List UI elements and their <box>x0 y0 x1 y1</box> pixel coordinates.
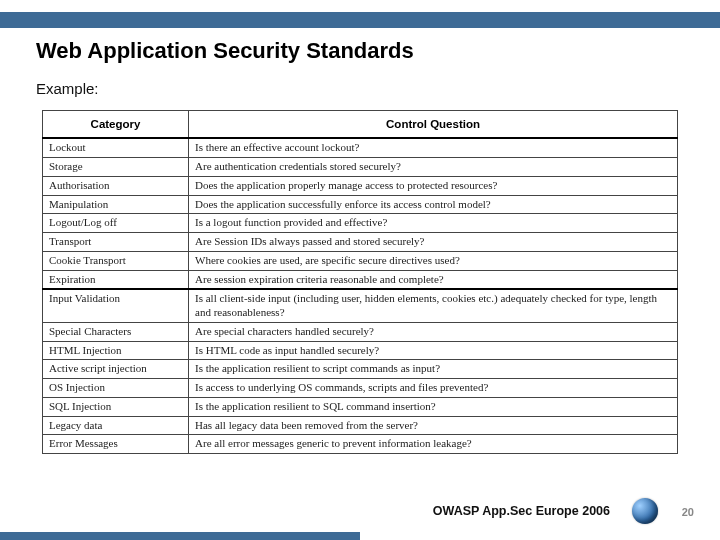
cell-category: Error Messages <box>43 435 189 454</box>
bottom-accent-bar <box>0 532 360 540</box>
top-accent-bar <box>0 12 720 28</box>
cell-category: OS Injection <box>43 379 189 398</box>
table-row: Cookie TransportWhere cookies are used, … <box>43 251 678 270</box>
cell-question: Is a logout function provided and effect… <box>189 214 678 233</box>
cell-category: Storage <box>43 158 189 177</box>
cell-category: Legacy data <box>43 416 189 435</box>
cell-question: Is HTML code as input handled securely? <box>189 341 678 360</box>
cell-category: Logout/Log off <box>43 214 189 233</box>
table-header-row: Category Control Question <box>43 111 678 139</box>
table-row: ManipulationDoes the application success… <box>43 195 678 214</box>
globe-icon <box>632 498 658 524</box>
table-row: Legacy dataHas all legacy data been remo… <box>43 416 678 435</box>
cell-question: Where cookies are used, are specific sec… <box>189 251 678 270</box>
cell-question: Are Session IDs always passed and stored… <box>189 233 678 252</box>
cell-category: Special Characters <box>43 322 189 341</box>
page-title: Web Application Security Standards <box>36 38 414 64</box>
cell-category: Active script injection <box>43 360 189 379</box>
slide-footer: OWASP App.Sec Europe 2006 20 <box>0 492 720 522</box>
table-row: AuthorisationDoes the application proper… <box>43 176 678 195</box>
col-header-category: Category <box>43 111 189 139</box>
cell-category: Authorisation <box>43 176 189 195</box>
cell-category: Manipulation <box>43 195 189 214</box>
cell-question: Is all client-side input (including user… <box>189 289 678 322</box>
cell-question: Is the application resilient to SQL comm… <box>189 397 678 416</box>
table-row: Logout/Log offIs a logout function provi… <box>43 214 678 233</box>
cell-category: SQL Injection <box>43 397 189 416</box>
table-row: Error MessagesAre all error messages gen… <box>43 435 678 454</box>
example-label: Example: <box>36 80 99 97</box>
cell-question: Are all error messages generic to preven… <box>189 435 678 454</box>
cell-category: Transport <box>43 233 189 252</box>
cell-question: Are session expiration criteria reasonab… <box>189 270 678 289</box>
cell-category: HTML Injection <box>43 341 189 360</box>
table-row: OS InjectionIs access to underlying OS c… <box>43 379 678 398</box>
table-row: StorageAre authentication credentials st… <box>43 158 678 177</box>
table-row: SQL InjectionIs the application resilien… <box>43 397 678 416</box>
cell-question: Does the application successfully enforc… <box>189 195 678 214</box>
table-row: TransportAre Session IDs always passed a… <box>43 233 678 252</box>
cell-question: Does the application properly manage acc… <box>189 176 678 195</box>
table-row: LockoutIs there an effective account loc… <box>43 138 678 157</box>
footer-text: OWASP App.Sec Europe 2006 <box>433 504 610 518</box>
cell-category: Expiration <box>43 270 189 289</box>
standards-table: Category Control Question LockoutIs ther… <box>42 110 678 454</box>
table-row: ExpirationAre session expiration criteri… <box>43 270 678 289</box>
cell-question: Is the application resilient to script c… <box>189 360 678 379</box>
table-row: Special CharactersAre special characters… <box>43 322 678 341</box>
cell-question: Has all legacy data been removed from th… <box>189 416 678 435</box>
cell-category: Input Validation <box>43 289 189 322</box>
cell-category: Cookie Transport <box>43 251 189 270</box>
table-row: Input ValidationIs all client-side input… <box>43 289 678 322</box>
table-row: HTML InjectionIs HTML code as input hand… <box>43 341 678 360</box>
cell-question: Are authentication credentials stored se… <box>189 158 678 177</box>
cell-question: Is there an effective account lockout? <box>189 138 678 157</box>
col-header-question: Control Question <box>189 111 678 139</box>
page-number: 20 <box>682 506 694 518</box>
cell-question: Is access to underlying OS commands, scr… <box>189 379 678 398</box>
cell-category: Lockout <box>43 138 189 157</box>
table-row: Active script injectionIs the applicatio… <box>43 360 678 379</box>
cell-question: Are special characters handled securely? <box>189 322 678 341</box>
